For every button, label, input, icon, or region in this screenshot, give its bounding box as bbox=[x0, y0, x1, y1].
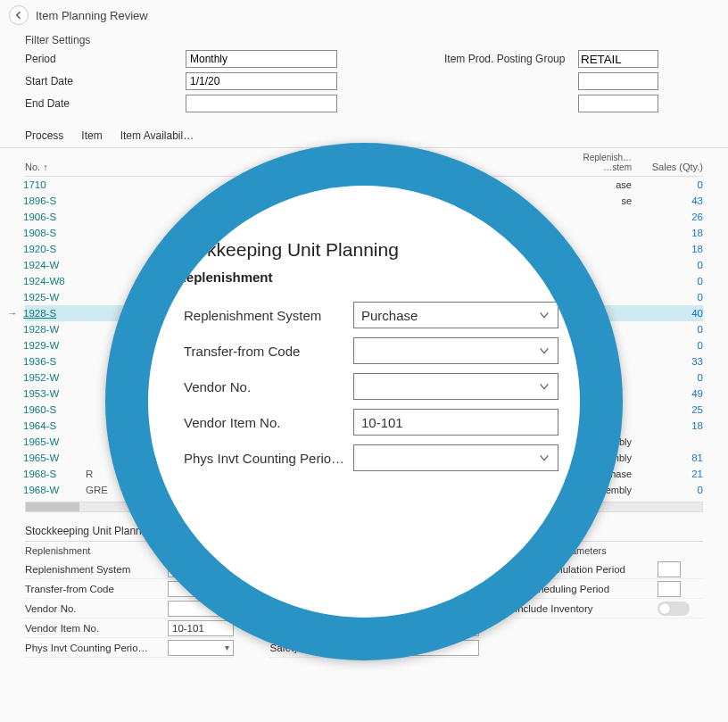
cell-sales: 49 bbox=[632, 388, 703, 399]
mag-transfer-from-select[interactable] bbox=[353, 337, 558, 364]
replenishment-system-label: Replenishment System bbox=[25, 564, 168, 575]
cell-sales: 18 bbox=[632, 420, 703, 431]
toolbar-process[interactable]: Process bbox=[25, 129, 63, 142]
cell-no[interactable]: 1924-W bbox=[23, 260, 86, 270]
filter-blank-input-1[interactable] bbox=[578, 72, 658, 90]
cell-no[interactable]: 1928-W bbox=[23, 324, 86, 335]
cell-sales: 0 bbox=[632, 276, 703, 286]
cell-no[interactable]: 1960-S bbox=[23, 404, 86, 415]
mag-vendor-item-no-label: Vendor Item No. bbox=[184, 415, 353, 430]
cell-no[interactable]: 1952-W bbox=[23, 372, 86, 383]
cell-no[interactable]: 1936-S bbox=[23, 356, 86, 367]
phys-invt-label: Phys Invt Counting Perio… bbox=[25, 643, 168, 653]
cell-no[interactable]: 1920-S bbox=[23, 244, 86, 254]
cell-no[interactable]: 1925-W bbox=[23, 292, 86, 303]
period-input[interactable] bbox=[186, 50, 337, 68]
mag-vendor-no-select[interactable] bbox=[353, 373, 558, 400]
cell-no[interactable]: 1896-S bbox=[23, 195, 86, 206]
cell-no[interactable]: 1929-W bbox=[23, 340, 86, 351]
cell-replenish: ase bbox=[560, 179, 632, 190]
cell-no[interactable]: 1965-W bbox=[23, 452, 86, 463]
start-date-input[interactable] bbox=[186, 72, 337, 90]
mag-vendor-no-label: Vendor No. bbox=[184, 379, 353, 394]
magnifier-overlay: Stockkeeping Unit Planning Replenishment… bbox=[105, 143, 623, 660]
cell-no[interactable]: 1968-S bbox=[23, 469, 86, 479]
cell-no[interactable]: 1968-W bbox=[23, 485, 86, 495]
arrow-left-icon bbox=[13, 10, 24, 21]
cell-no[interactable]: 1928-S bbox=[23, 308, 86, 319]
cell-sales: 0 bbox=[632, 260, 703, 270]
period-label: Period bbox=[25, 53, 186, 65]
vendor-item-no-label: Vendor Item No. bbox=[25, 623, 168, 634]
cell-sales: 0 bbox=[632, 292, 703, 303]
cell-sales: 0 bbox=[632, 485, 703, 495]
posting-group-label: Item Prod. Posting Group bbox=[444, 53, 578, 65]
magnifier-title: Stockkeeping Unit Planning bbox=[170, 239, 580, 261]
filter-settings-label: Filter Settings bbox=[25, 34, 703, 46]
magnifier-subtitle: Replenishment bbox=[177, 270, 580, 285]
cell-no[interactable]: 1924-W8 bbox=[23, 276, 86, 286]
cell-sales: 18 bbox=[632, 244, 703, 254]
end-date-label: End Date bbox=[25, 97, 186, 110]
cell-sales: 0 bbox=[632, 340, 703, 351]
cell-sales: 25 bbox=[632, 404, 703, 415]
chevron-down-icon bbox=[538, 309, 550, 321]
chevron-down-icon bbox=[538, 344, 550, 357]
phys-invt-select[interactable]: ▾ bbox=[168, 640, 234, 656]
mag-vendor-item-no-input[interactable]: 10-101 bbox=[353, 409, 558, 436]
grid-header-replenish[interactable]: Replenish… …stem bbox=[560, 153, 632, 172]
cell-sales: 43 bbox=[632, 195, 703, 206]
cell-sales: 81 bbox=[632, 452, 703, 463]
end-date-input[interactable] bbox=[186, 95, 337, 112]
chevron-down-icon bbox=[538, 452, 550, 464]
cell-no[interactable]: 1710 bbox=[23, 179, 86, 190]
start-date-label: Start Date bbox=[25, 75, 186, 87]
page-title: Item Planning Review bbox=[36, 9, 148, 22]
cell-replenish: se bbox=[560, 195, 632, 206]
transfer-from-label: Transfer-from Code bbox=[25, 584, 168, 594]
cell-no[interactable]: 1908-S bbox=[23, 228, 86, 238]
cell-no[interactable]: 1964-S bbox=[23, 420, 86, 431]
cell-sales: 0 bbox=[632, 324, 703, 335]
grid-header-no[interactable]: No. ↑ bbox=[25, 162, 87, 172]
mag-phys-invt-select[interactable] bbox=[353, 444, 558, 471]
row-indicator-icon: → bbox=[7, 308, 23, 319]
include-inventory-label: Include Inventory bbox=[515, 603, 658, 614]
vendor-no-label: Vendor No. bbox=[25, 603, 168, 614]
cell-no[interactable]: 1965-W bbox=[23, 436, 86, 447]
cell-no[interactable]: 1953-W bbox=[23, 388, 86, 399]
cell-sales: 18 bbox=[632, 228, 703, 238]
chevron-down-icon: ▾ bbox=[225, 643, 229, 652]
cell-sales: 26 bbox=[632, 212, 703, 222]
mag-replenishment-system-select[interactable]: Purchase bbox=[353, 302, 558, 328]
mag-phys-invt-label: Phys Invt Counting Perio… bbox=[184, 451, 353, 466]
toolbar-item-availability[interactable]: Item Availabil… bbox=[120, 129, 194, 142]
cell-sales: 40 bbox=[632, 308, 703, 319]
cell-sales: 0 bbox=[632, 372, 703, 383]
cell-sales: 0 bbox=[632, 179, 703, 190]
lot-accum-input[interactable] bbox=[658, 561, 681, 577]
toolbar-item[interactable]: Item bbox=[81, 129, 102, 142]
posting-group-input[interactable] bbox=[578, 50, 658, 68]
mag-replenishment-system-label: Replenishment System bbox=[184, 308, 353, 323]
cell-sales: 33 bbox=[632, 356, 703, 367]
grid-header-sales[interactable]: Sales (Qty.) bbox=[632, 162, 703, 172]
filter-blank-input-2[interactable] bbox=[578, 95, 658, 112]
cell-no[interactable]: 1906-S bbox=[23, 212, 86, 222]
back-button[interactable] bbox=[9, 5, 29, 25]
chevron-down-icon bbox=[538, 380, 550, 393]
vendor-item-no-input[interactable]: 10-101 bbox=[168, 620, 234, 636]
include-inventory-toggle[interactable] bbox=[658, 602, 690, 616]
cell-sales: 21 bbox=[632, 469, 703, 479]
mag-transfer-from-label: Transfer-from Code bbox=[184, 344, 353, 359]
resched-input[interactable] bbox=[658, 581, 681, 597]
